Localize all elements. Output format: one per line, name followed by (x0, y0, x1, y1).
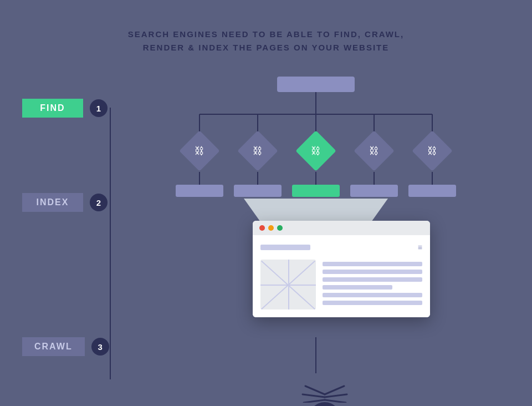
page-container: SEARCH ENGINES NEED TO BE ABLE TO FIND, … (0, 0, 532, 406)
svg-line-15 (305, 386, 325, 394)
text-line-1 (323, 262, 422, 266)
spider-body: ●● ✓ (309, 402, 341, 406)
svg-text:⛓: ⛓ (253, 145, 263, 156)
link-node-4 (354, 130, 395, 171)
browser-content (260, 260, 422, 309)
index-label-group: INDEX 2 (22, 193, 108, 212)
text-lines (323, 260, 422, 309)
content-image-placeholder (260, 260, 316, 309)
svg-line-18 (325, 386, 344, 394)
spider-top-legs (297, 383, 352, 403)
svg-line-19 (325, 394, 347, 397)
find-step-circle: 1 (90, 99, 108, 117)
page-bar-4 (350, 185, 398, 197)
dot-green (277, 225, 283, 231)
title-line1: SEARCH ENGINES NEED TO BE ABLE TO FIND, … (128, 28, 404, 41)
link-node-1 (179, 130, 220, 171)
dot-red (259, 225, 265, 231)
page-bar-3-active (292, 185, 340, 197)
nav-bar-placeholder (260, 245, 310, 250)
spider-head: ●● (309, 402, 341, 406)
crawl-label: CRAWL (22, 337, 85, 356)
browser-nav: ≡ (260, 243, 422, 252)
page-bar-1 (176, 185, 223, 197)
spider-container: ●● ✓ (297, 383, 352, 406)
browser-titlebar (253, 221, 430, 235)
root-node (277, 77, 355, 92)
title-line2: RENDER & INDEX THE PAGES ON YOUR WEBSITE (128, 41, 404, 54)
vertical-connector (110, 108, 111, 379)
text-line-2 (323, 270, 422, 274)
svg-text:⛓: ⛓ (195, 145, 204, 156)
find-label-group: FIND 1 (22, 99, 108, 118)
link-node-3-active (295, 130, 336, 171)
text-line-5 (323, 293, 422, 297)
text-line-6 (323, 301, 422, 305)
crawl-label-group: CRAWL 3 (22, 337, 109, 356)
dot-yellow (268, 225, 274, 231)
svg-text:⛓: ⛓ (311, 145, 321, 156)
text-line-3 (323, 277, 422, 282)
browser-window: ≡ (253, 221, 430, 317)
index-step-circle: 2 (90, 194, 108, 211)
page-bar-2 (234, 185, 282, 197)
index-label: INDEX (22, 193, 83, 212)
svg-line-16 (303, 394, 325, 397)
crawl-step-circle: 3 (91, 338, 109, 356)
text-line-4 (323, 285, 392, 290)
main-content: FIND 1 INDEX 2 CRAWL 3 (0, 65, 532, 406)
find-label: FIND (22, 99, 83, 118)
link-node-5 (412, 130, 453, 171)
menu-icon: ≡ (418, 243, 422, 252)
diagram-area: ⛓ ⛓ ⛓ ⛓ ⛓ (144, 65, 521, 406)
link-node-2 (237, 130, 278, 171)
svg-text:⛓: ⛓ (427, 145, 437, 156)
browser-body: ≡ (253, 235, 430, 317)
title-area: SEARCH ENGINES NEED TO BE ABLE TO FIND, … (128, 28, 404, 54)
svg-text:⛓: ⛓ (369, 145, 379, 156)
page-bar-5 (408, 185, 456, 197)
